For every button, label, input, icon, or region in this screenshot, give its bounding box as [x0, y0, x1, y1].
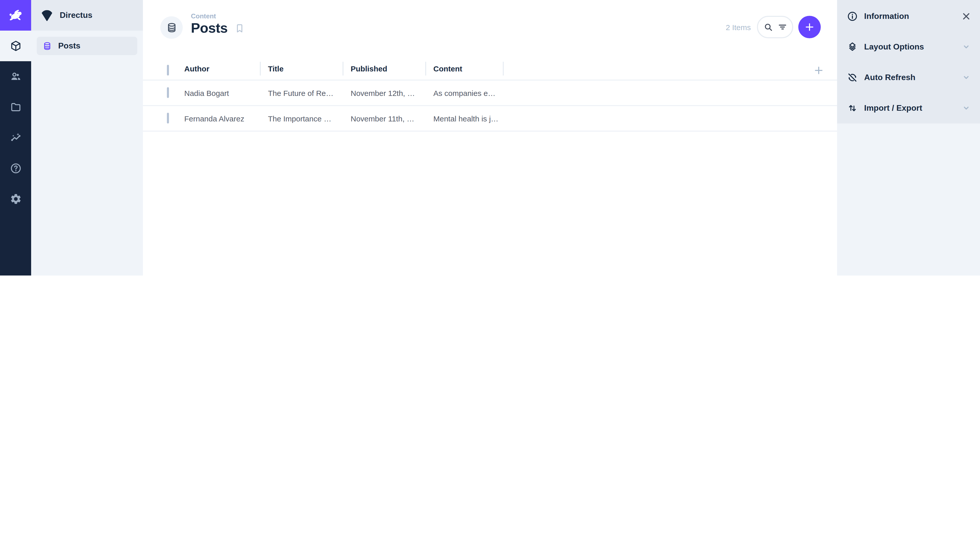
cell-author: Nadia Bogart [184, 89, 261, 97]
row-checkbox[interactable] [167, 113, 169, 124]
right-sidebar: Information Layout Options Auto Refresh … [837, 0, 980, 275]
people-icon [10, 70, 22, 83]
sidebar-section-label: Auto Refresh [864, 73, 915, 82]
search-filter-pill[interactable] [757, 16, 793, 38]
plus-icon [804, 21, 815, 33]
sidebar-section-label: Import / Export [864, 103, 922, 113]
module-content[interactable] [0, 30, 31, 61]
box-icon [10, 40, 22, 52]
project-header[interactable]: Directus [31, 0, 143, 30]
cell-published: November 12th, … [344, 89, 426, 97]
sidebar-section-layout-options[interactable]: Layout Options [837, 32, 980, 62]
fan-logo-icon [40, 9, 54, 22]
cell-title: The Future of Re… [261, 89, 344, 97]
sidebar-section-label: Layout Options [864, 42, 924, 52]
chevron-down-icon[interactable] [961, 72, 972, 83]
add-column-button[interactable] [813, 65, 824, 76]
nav-items: Posts [31, 30, 143, 61]
directus-logo[interactable] [0, 0, 31, 30]
cell-content: Mental health is j… [426, 114, 504, 123]
info-icon [847, 11, 858, 22]
chevron-down-icon[interactable] [961, 41, 972, 52]
column-header-published[interactable]: Published [344, 61, 426, 76]
gear-icon [10, 193, 22, 205]
database-icon [165, 22, 177, 33]
cell-content: As companies e… [426, 89, 504, 97]
module-files[interactable] [0, 92, 31, 122]
module-insights[interactable] [0, 122, 31, 153]
nav-sidebar: Directus Posts [31, 0, 143, 275]
title-block: Content Posts [191, 12, 245, 36]
close-icon[interactable] [961, 11, 972, 22]
module-help[interactable] [0, 153, 31, 184]
import-export-icon [847, 103, 858, 114]
insights-icon [10, 132, 22, 144]
sidebar-section-information[interactable]: Information [837, 1, 980, 32]
nav-item-posts[interactable]: Posts [37, 37, 137, 55]
module-settings[interactable] [0, 184, 31, 214]
plus-icon [813, 65, 824, 76]
table-row[interactable]: Fernanda Alvarez The Importance … Novemb… [143, 106, 837, 132]
module-bar [0, 0, 31, 275]
item-count: 2 Items [726, 23, 751, 32]
help-icon [10, 162, 22, 175]
chevron-down-icon[interactable] [961, 103, 972, 114]
row-checkbox[interactable] [167, 87, 169, 98]
page-title: Posts [191, 21, 228, 36]
rabbit-icon [7, 6, 24, 24]
add-item-button[interactable] [798, 16, 821, 38]
sidebar-section-label: Information [864, 12, 909, 21]
project-name: Directus [60, 11, 92, 20]
collection-avatar [160, 16, 183, 39]
items-table: Author Title Published Content Nadia Bog… [143, 61, 837, 132]
column-header-title[interactable]: Title [261, 61, 344, 76]
bookmark-icon[interactable] [234, 23, 245, 34]
page-header: Content Posts 2 Items [143, 0, 837, 61]
cell-title: The Importance … [261, 114, 344, 123]
sync-disabled-icon [847, 72, 858, 83]
column-header-author[interactable]: Author [184, 61, 261, 76]
header-actions: 2 Items [726, 16, 821, 38]
cell-author: Fernanda Alvarez [184, 114, 261, 123]
database-icon [42, 41, 52, 51]
sidebar-section-import-export[interactable]: Import / Export [837, 93, 980, 124]
sidebar-sections: Information Layout Options Auto Refresh … [837, 0, 980, 124]
breadcrumb[interactable]: Content [191, 12, 245, 20]
table-header-row: Author Title Published Content [143, 61, 837, 81]
filter-icon[interactable] [777, 22, 788, 32]
nav-item-label: Posts [58, 41, 80, 51]
sidebar-section-auto-refresh[interactable]: Auto Refresh [837, 62, 980, 93]
module-users[interactable] [0, 61, 31, 92]
select-all-checkbox[interactable] [167, 65, 169, 75]
column-header-content[interactable]: Content [426, 61, 504, 76]
app-window: Directus Posts Content Posts 2 Items [0, 0, 980, 275]
folder-icon [10, 101, 22, 113]
cell-published: November 11th, … [344, 114, 426, 123]
table-row[interactable]: Nadia Bogart The Future of Re… November … [143, 81, 837, 106]
search-icon[interactable] [763, 22, 773, 32]
main-content: Content Posts 2 Items Author [143, 0, 837, 275]
layers-icon [847, 41, 858, 52]
